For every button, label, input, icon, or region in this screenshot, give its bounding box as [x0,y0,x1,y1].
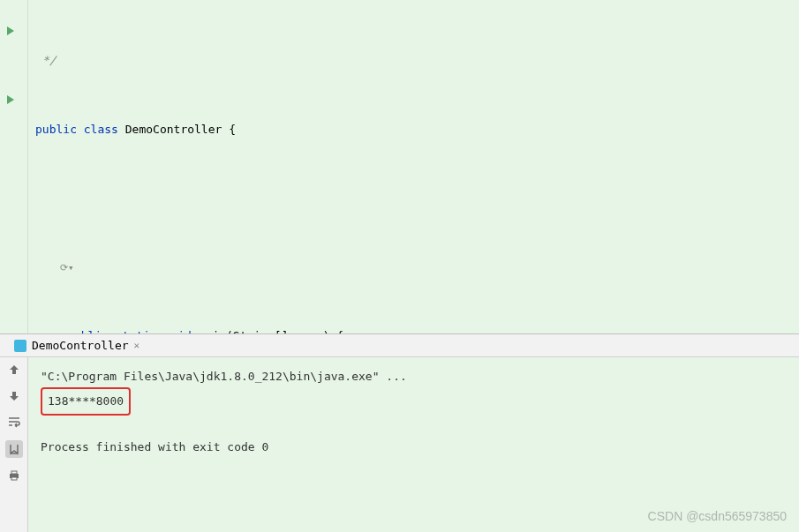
tab-label: DemoController [32,339,129,352]
scroll-to-end-icon[interactable] [5,440,23,458]
down-arrow-icon[interactable] [5,387,23,405]
console-output-line: 138****8000 [41,387,131,416]
run-class-icon[interactable] [7,26,14,35]
editor-gutter [0,0,28,333]
soft-wrap-icon[interactable] [5,414,23,431]
tab-file-icon [14,340,26,352]
svg-rect-2 [11,477,17,480]
up-arrow-icon[interactable] [5,361,23,378]
run-method-icon[interactable] [7,95,14,104]
run-tab-bar: DemoController ✕ [0,334,799,357]
svg-rect-1 [11,471,17,474]
console-output[interactable]: "C:\Program Files\Java\jdk1.8.0_212\bin\… [28,357,799,532]
override-icon[interactable]: ⟳▾ [60,262,74,273]
code-content[interactable]: */ public class DemoController { ⟳▾ publ… [28,0,799,333]
print-icon[interactable] [5,467,23,484]
run-toolbar [0,357,28,532]
comment-end: */ [35,49,56,72]
close-icon[interactable]: ✕ [134,340,140,351]
code-editor[interactable]: */ public class DemoController { ⟳▾ publ… [0,0,799,333]
console-exit-message: Process finished with exit code 0 [41,437,787,458]
run-tab[interactable]: DemoController ✕ [7,334,147,356]
console-command: "C:\Program Files\Java\jdk1.8.0_212\bin\… [41,366,787,387]
run-panel: "C:\Program Files\Java\jdk1.8.0_212\bin\… [0,357,799,532]
